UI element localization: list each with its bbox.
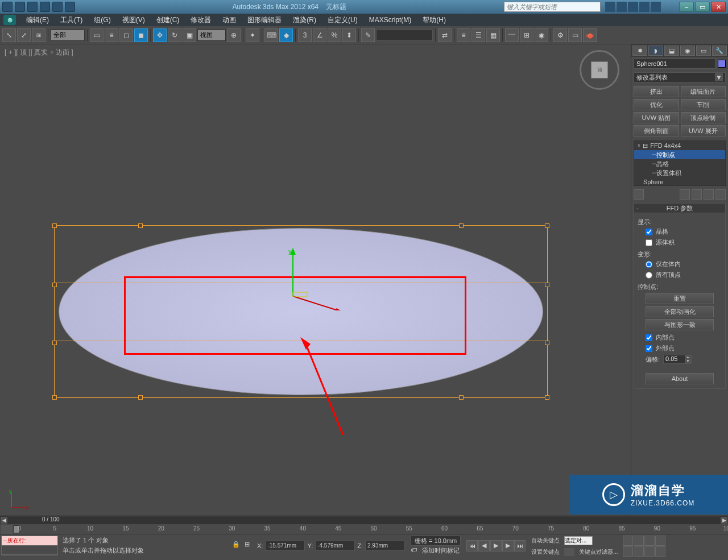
tab-hierarchy-icon[interactable]: ⬓ [664, 45, 679, 56]
select-link-icon[interactable]: ⤡ [2, 28, 16, 42]
menu-rendering[interactable]: 渲染(R) [287, 14, 322, 27]
menu-maxscript[interactable]: MAXScript(M) [363, 14, 417, 26]
menu-edit[interactable]: 编辑(E) [20, 14, 55, 27]
keyboard-shortcut-icon[interactable]: ⌨ [264, 28, 278, 42]
remove-modifier-icon[interactable] [704, 189, 714, 200]
make-unique-icon[interactable] [692, 189, 702, 200]
btn-uvw-unwrap[interactable]: UVW 展开 [681, 125, 726, 136]
script-listener-box[interactable]: -- 所在行: [1, 536, 58, 555]
zoom-icon[interactable] [623, 536, 633, 546]
pin-stack-icon[interactable] [634, 189, 644, 200]
qa-new-icon[interactable] [2, 2, 13, 12]
modifier-list-dropdown[interactable]: 修改器列表 ▼ [634, 72, 726, 82]
object-name-field[interactable]: Sphere001 [634, 59, 715, 69]
menu-views[interactable]: 视图(V) [117, 14, 151, 27]
select-rotate-icon[interactable]: ↻ [168, 28, 181, 42]
menu-modifiers[interactable]: 修改器 [185, 14, 217, 27]
ref-coord-combo[interactable]: 视图 [197, 30, 226, 41]
stack-sub-control-points[interactable]: ┈ 控制点 [634, 150, 725, 159]
outside-points-checkbox[interactable] [646, 345, 652, 352]
tab-motion-icon[interactable]: ◉ [680, 45, 695, 56]
all-vertices-radio[interactable] [646, 272, 652, 279]
time-slider-bar[interactable]: ◀ 0 / 100 ▶ [0, 516, 728, 524]
ffd-handle[interactable] [138, 395, 143, 400]
ffd-handle[interactable] [52, 283, 57, 287]
field-of-view-icon[interactable] [623, 546, 633, 557]
layer-manager-icon[interactable]: ☰ [471, 28, 485, 42]
viewport-top[interactable]: [ + ][ 顶 ][ 真实 + 边面 ] 顶 [0, 44, 631, 516]
rendered-frame-icon[interactable]: ▭ [568, 28, 582, 42]
listener-input[interactable] [2, 546, 57, 555]
btn-optimize[interactable]: 优化 [634, 99, 679, 110]
stack-base-sphere[interactable]: Sphere [634, 177, 725, 186]
set-key-button[interactable]: 设置关键点 [529, 547, 562, 557]
show-end-result-icon[interactable] [680, 189, 690, 200]
ffd-handle[interactable] [545, 341, 549, 345]
favorites-icon[interactable] [639, 2, 650, 12]
timeline-ruler[interactable]: 0510152025303540455055606570758085909510… [19, 524, 728, 534]
menu-create[interactable]: 创建(C) [151, 14, 185, 27]
auto-key-button[interactable]: 自动关键点 [529, 536, 562, 546]
spinner-up-icon[interactable]: ▲ [684, 355, 691, 359]
inside-points-checkbox[interactable] [646, 334, 652, 341]
menu-customize[interactable]: 自定义(U) [322, 14, 363, 27]
ffd-handle[interactable] [52, 395, 57, 400]
close-button[interactable]: ✕ [711, 2, 726, 12]
goto-start-icon[interactable]: ⏮ [466, 540, 478, 551]
tab-display-icon[interactable]: ▭ [696, 45, 711, 56]
scroll-right-icon[interactable]: ▶ [720, 516, 728, 524]
ffd-handle[interactable] [545, 223, 549, 228]
rollout-header[interactable]: - FFD 参数 [634, 203, 726, 213]
key-filters-button[interactable]: 关键点过滤器... [577, 547, 620, 557]
y-coord-input[interactable]: -4.579mm [315, 541, 355, 551]
stack-sub-set-volume[interactable]: ┈ 设置体积 [634, 168, 725, 177]
schematic-view-icon[interactable]: ⊞ [520, 28, 533, 42]
add-time-tag-label[interactable]: 添加时间标记 [422, 546, 460, 555]
tab-modify-icon[interactable]: ◗ [648, 45, 663, 56]
use-pivot-icon[interactable]: ⊕ [227, 28, 241, 42]
tab-create-icon[interactable]: ✹ [632, 45, 647, 56]
maximize-button[interactable]: ▭ [695, 2, 710, 12]
minimize-button[interactable]: – [679, 2, 694, 12]
btn-lathe[interactable]: 车削 [681, 99, 726, 110]
scroll-left-icon[interactable]: ◀ [0, 516, 8, 524]
stack-modifier-ffd[interactable]: ♀ ⊟FFD 4x4x4 [634, 141, 725, 150]
track-bar-toggle-icon[interactable] [1, 525, 13, 534]
spinner-snap-icon[interactable]: ⬍ [342, 28, 356, 42]
bind-space-warp-icon[interactable]: ≋ [32, 28, 46, 42]
reset-button[interactable]: 重置 [646, 293, 714, 304]
qa-save-icon[interactable] [27, 2, 38, 12]
graphite-icon[interactable]: ▦ [486, 28, 500, 42]
track-bar[interactable]: 0510152025303540455055606570758085909510… [0, 524, 728, 534]
transform-gizmo[interactable]: y [287, 248, 344, 310]
menu-group[interactable]: 组(G) [88, 14, 116, 27]
select-object-icon[interactable]: ▭ [90, 28, 104, 42]
select-by-name-icon[interactable]: ≡ [105, 28, 118, 42]
x-coord-input[interactable]: -15.571mm [265, 541, 305, 551]
window-crossing-icon[interactable]: ◼ [134, 28, 148, 42]
named-selection-sets-input[interactable] [376, 30, 433, 41]
animate-all-button[interactable]: 全部动画化 [646, 306, 714, 317]
help-search-box[interactable] [504, 2, 601, 12]
subscription-icon[interactable] [617, 2, 627, 12]
prev-frame-icon[interactable]: ◀ [478, 540, 490, 551]
ffd-handle[interactable] [52, 223, 57, 228]
qa-undo-icon[interactable] [40, 2, 50, 12]
render-setup-icon[interactable]: ⚙ [553, 28, 567, 42]
offset-spinner[interactable]: 0.05 ▲▼ [663, 355, 692, 364]
modifier-stack[interactable]: ♀ ⊟FFD 4x4x4 ┈ 控制点 ┈ 晶格 ┈ 设置体积 Sphere [634, 140, 726, 186]
align-icon[interactable]: ≡ [457, 28, 470, 42]
viewcube[interactable]: 顶 [580, 50, 619, 90]
menu-help[interactable]: 帮助(H) [417, 14, 452, 27]
lattice-checkbox[interactable] [646, 229, 652, 235]
lock-selection-icon[interactable]: 🔒 [232, 541, 242, 551]
key-mode-icon[interactable] [564, 548, 574, 556]
about-button[interactable]: About [646, 373, 714, 384]
btn-edit-patch[interactable]: 编辑面片 [681, 86, 726, 97]
help-icon[interactable] [651, 2, 661, 12]
edit-named-sel-icon[interactable]: ✎ [361, 28, 375, 42]
btn-vertex-paint[interactable]: 顶点绘制 [681, 112, 726, 123]
conform-shape-button[interactable]: 与图形一致 [646, 319, 714, 330]
zoom-extents-all-icon[interactable] [655, 536, 665, 546]
ffd-handle[interactable] [545, 283, 549, 287]
